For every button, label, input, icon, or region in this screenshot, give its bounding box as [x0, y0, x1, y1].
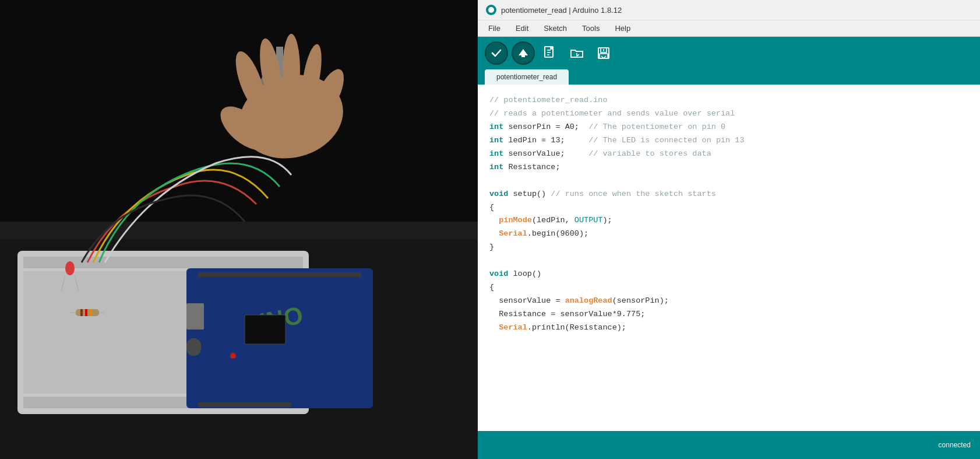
code-line-3: int sensorPin = A0; // The potentiometer… — [489, 121, 968, 134]
menu-tools[interactable]: Tools — [580, 23, 602, 34]
code-line-9: pinMode(ledPin, OUTPUT); — [489, 214, 968, 227]
svg-marker-37 — [519, 49, 528, 55]
code-line-2: // reads a potentiometer and sends value… — [489, 107, 968, 121]
code-line-4: int ledPin = 13; // The LED is connected… — [489, 134, 968, 148]
menu-sketch[interactable]: Sketch — [541, 23, 569, 34]
code-line-6: int Resistance; — [489, 161, 968, 174]
code-line-1: // potentiometer_read.ino — [489, 94, 968, 107]
code-line-8: { — [489, 201, 968, 215]
code-editor[interactable]: // potentiometer_read.ino // reads a pot… — [478, 85, 980, 431]
code-line-15: Resistance = sensorValue*9.775; — [489, 308, 968, 321]
code-line-16: Serial.println(Resistance); — [489, 321, 968, 335]
code-line-blank-1 — [489, 174, 968, 188]
upload-button[interactable] — [512, 41, 535, 65]
code-line-12: void loop() — [489, 268, 968, 281]
menu-help[interactable]: Help — [612, 23, 633, 34]
tabs-bar: potentiometer_read — [478, 69, 980, 85]
menu-bar: File Edit Sketch Tools Help — [478, 20, 980, 37]
title-bar: potentiometer_read | Arduino 1.8.12 — [478, 0, 980, 20]
code-line-10: Serial.begin(9600); — [489, 227, 968, 241]
menu-edit[interactable]: Edit — [513, 23, 531, 34]
open-button[interactable] — [565, 41, 588, 65]
window-title: potentiometer_read | Arduino 1.8.12 — [501, 6, 622, 15]
menu-file[interactable]: File — [486, 23, 503, 34]
ide-panel: potentiometer_read | Arduino 1.8.12 File… — [478, 0, 980, 459]
code-line-7: void setup() // runs once when the sketc… — [489, 188, 968, 201]
save-button[interactable] — [592, 41, 615, 65]
hardware-photo: UNO — [0, 0, 478, 459]
code-line-11: } — [489, 241, 968, 254]
svg-rect-45 — [600, 54, 608, 58]
status-bar: connected — [478, 431, 980, 459]
tab-potentiometer-read[interactable]: potentiometer_read — [485, 69, 569, 85]
toolbar — [478, 37, 980, 69]
connection-status: connected — [939, 441, 971, 449]
verify-button[interactable] — [485, 41, 508, 65]
svg-rect-38 — [521, 55, 525, 57]
code-line-13: { — [489, 281, 968, 295]
arduino-logo-icon — [486, 5, 496, 15]
code-line-14: sensorValue = analogRead(sensorPin); — [489, 295, 968, 308]
code-line-5: int sensorValue; // variable to stores d… — [489, 148, 968, 161]
svg-rect-36 — [0, 0, 478, 459]
new-button[interactable] — [538, 41, 562, 65]
code-line-blank-2 — [489, 254, 968, 268]
